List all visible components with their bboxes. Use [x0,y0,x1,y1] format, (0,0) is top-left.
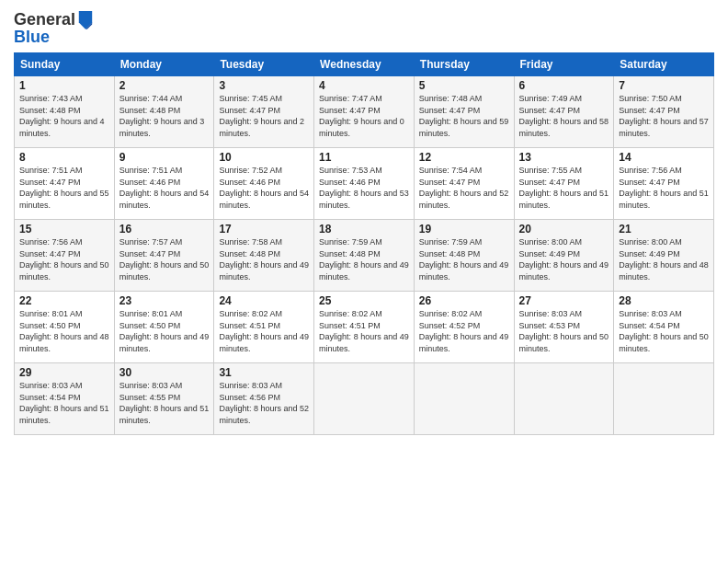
col-saturday: Saturday [614,53,714,76]
svg-marker-0 [79,11,92,29]
col-monday: Monday [114,53,214,76]
day-info: Sunrise: 8:02 AMSunset: 4:51 PMDaylight:… [219,308,309,354]
table-row: 8Sunrise: 7:51 AMSunset: 4:47 PMDaylight… [15,148,115,220]
table-row: 17Sunrise: 7:58 AMSunset: 4:48 PMDayligh… [214,220,314,292]
col-sunday: Sunday [15,53,115,76]
table-row: 5Sunrise: 7:48 AMSunset: 4:47 PMDaylight… [414,76,514,148]
day-number: 7 [619,79,709,92]
day-info: Sunrise: 7:54 AMSunset: 4:47 PMDaylight:… [419,165,509,211]
table-row: 27Sunrise: 8:03 AMSunset: 4:53 PMDayligh… [514,292,614,363]
day-number: 10 [219,151,309,164]
day-number: 31 [219,366,309,379]
table-row [414,363,514,435]
col-wednesday: Wednesday [314,53,415,76]
col-thursday: Thursday [414,53,514,76]
day-info: Sunrise: 7:51 AMSunset: 4:46 PMDaylight:… [119,165,210,211]
day-info: Sunrise: 7:59 AMSunset: 4:48 PMDaylight:… [319,236,409,282]
day-info: Sunrise: 7:48 AMSunset: 4:47 PMDaylight:… [419,93,509,139]
day-number: 6 [519,79,609,92]
day-number: 12 [419,151,509,164]
logo-icon [77,9,94,29]
page: General Blue Sunday Monday Tuesday Wedne… [0,0,728,563]
table-row: 12Sunrise: 7:54 AMSunset: 4:47 PMDayligh… [414,148,514,220]
day-number: 20 [519,223,609,236]
logo-blue-text: Blue [14,28,94,47]
day-info: Sunrise: 7:51 AMSunset: 4:47 PMDaylight:… [19,165,109,211]
table-row: 2Sunrise: 7:44 AMSunset: 4:48 PMDaylight… [114,76,214,148]
table-row: 10Sunrise: 7:52 AMSunset: 4:46 PMDayligh… [214,148,314,220]
day-info: Sunrise: 8:02 AMSunset: 4:52 PMDaylight:… [419,308,509,354]
table-row: 11Sunrise: 7:53 AMSunset: 4:46 PMDayligh… [314,148,415,220]
day-number: 9 [119,151,210,164]
table-row: 22Sunrise: 8:01 AMSunset: 4:50 PMDayligh… [15,292,115,363]
day-number: 15 [19,223,109,236]
col-tuesday: Tuesday [214,53,314,76]
table-row: 18Sunrise: 7:59 AMSunset: 4:48 PMDayligh… [314,220,415,292]
day-number: 5 [419,79,509,92]
day-number: 16 [119,223,210,236]
table-row: 24Sunrise: 8:02 AMSunset: 4:51 PMDayligh… [214,292,314,363]
day-info: Sunrise: 7:43 AMSunset: 4:48 PMDaylight:… [19,93,109,139]
day-info: Sunrise: 8:03 AMSunset: 4:56 PMDaylight:… [219,380,309,426]
table-row: 13Sunrise: 7:55 AMSunset: 4:47 PMDayligh… [514,148,614,220]
table-row: 25Sunrise: 8:02 AMSunset: 4:51 PMDayligh… [314,292,415,363]
day-info: Sunrise: 7:44 AMSunset: 4:48 PMDaylight:… [119,93,210,139]
calendar-week-row: 22Sunrise: 8:01 AMSunset: 4:50 PMDayligh… [15,292,714,363]
day-info: Sunrise: 7:57 AMSunset: 4:47 PMDaylight:… [119,236,210,282]
day-info: Sunrise: 7:49 AMSunset: 4:47 PMDaylight:… [519,93,609,139]
day-info: Sunrise: 7:52 AMSunset: 4:46 PMDaylight:… [219,165,309,211]
day-number: 11 [319,151,409,164]
calendar-table: Sunday Monday Tuesday Wednesday Thursday… [14,52,714,435]
table-row: 16Sunrise: 7:57 AMSunset: 4:47 PMDayligh… [114,220,214,292]
day-info: Sunrise: 7:56 AMSunset: 4:47 PMDaylight:… [619,165,709,211]
day-number: 21 [619,223,709,236]
header: General Blue [14,9,714,47]
day-info: Sunrise: 8:03 AMSunset: 4:54 PMDaylight:… [619,308,709,354]
day-number: 25 [319,294,409,307]
day-number: 8 [19,151,109,164]
day-number: 30 [119,366,210,379]
table-row: 19Sunrise: 7:59 AMSunset: 4:48 PMDayligh… [414,220,514,292]
day-number: 17 [219,223,309,236]
table-row: 29Sunrise: 8:03 AMSunset: 4:54 PMDayligh… [15,363,115,435]
day-number: 13 [519,151,609,164]
day-info: Sunrise: 7:58 AMSunset: 4:48 PMDaylight:… [219,236,309,282]
day-number: 29 [19,366,109,379]
table-row [314,363,415,435]
logo: General Blue [14,9,94,47]
day-number: 24 [219,294,309,307]
day-info: Sunrise: 8:03 AMSunset: 4:55 PMDaylight:… [119,380,210,426]
table-row: 20Sunrise: 8:00 AMSunset: 4:49 PMDayligh… [514,220,614,292]
table-row [514,363,614,435]
table-row: 7Sunrise: 7:50 AMSunset: 4:47 PMDaylight… [614,76,714,148]
day-number: 28 [619,294,709,307]
table-row: 26Sunrise: 8:02 AMSunset: 4:52 PMDayligh… [414,292,514,363]
day-info: Sunrise: 8:01 AMSunset: 4:50 PMDaylight:… [19,308,109,354]
table-row: 3Sunrise: 7:45 AMSunset: 4:47 PMDaylight… [214,76,314,148]
table-row: 28Sunrise: 8:03 AMSunset: 4:54 PMDayligh… [614,292,714,363]
day-info: Sunrise: 7:55 AMSunset: 4:47 PMDaylight:… [519,165,609,211]
day-number: 22 [19,294,109,307]
day-number: 19 [419,223,509,236]
table-row: 4Sunrise: 7:47 AMSunset: 4:47 PMDaylight… [314,76,415,148]
day-number: 23 [119,294,210,307]
table-row: 23Sunrise: 8:01 AMSunset: 4:50 PMDayligh… [114,292,214,363]
table-row: 15Sunrise: 7:56 AMSunset: 4:47 PMDayligh… [15,220,115,292]
day-info: Sunrise: 7:53 AMSunset: 4:46 PMDaylight:… [319,165,409,211]
table-row: 31Sunrise: 8:03 AMSunset: 4:56 PMDayligh… [214,363,314,435]
day-info: Sunrise: 8:01 AMSunset: 4:50 PMDaylight:… [119,308,210,354]
day-info: Sunrise: 8:03 AMSunset: 4:53 PMDaylight:… [519,308,609,354]
calendar-week-row: 8Sunrise: 7:51 AMSunset: 4:47 PMDaylight… [15,148,714,220]
day-number: 27 [519,294,609,307]
day-number: 1 [19,79,109,92]
table-row: 14Sunrise: 7:56 AMSunset: 4:47 PMDayligh… [614,148,714,220]
day-info: Sunrise: 8:03 AMSunset: 4:54 PMDaylight:… [19,380,109,426]
logo-general-text: General [14,10,75,29]
day-number: 14 [619,151,709,164]
day-number: 18 [319,223,409,236]
calendar-week-row: 29Sunrise: 8:03 AMSunset: 4:54 PMDayligh… [15,363,714,435]
day-number: 3 [219,79,309,92]
day-number: 26 [419,294,509,307]
table-row: 9Sunrise: 7:51 AMSunset: 4:46 PMDaylight… [114,148,214,220]
day-number: 4 [319,79,409,92]
